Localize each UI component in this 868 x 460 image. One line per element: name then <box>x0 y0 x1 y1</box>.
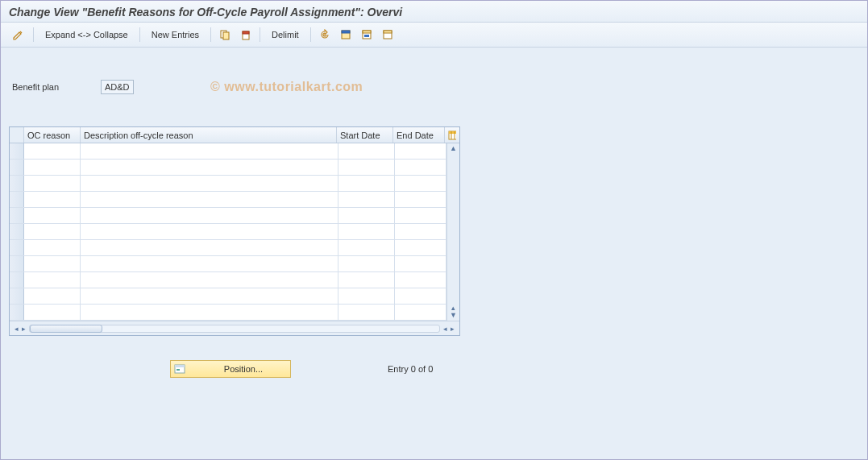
cell-description[interactable] <box>81 176 338 191</box>
cell-oc-reason[interactable] <box>24 224 81 239</box>
cell-end-date[interactable] <box>395 176 446 191</box>
row-selector[interactable] <box>10 224 24 239</box>
deselect-all-icon[interactable] <box>377 26 398 44</box>
cell-oc-reason[interactable] <box>24 272 81 288</box>
row-selector[interactable] <box>10 305 24 320</box>
table-row[interactable] <box>10 305 446 321</box>
cell-end-date[interactable] <box>395 192 446 207</box>
delete-icon[interactable] <box>235 26 256 44</box>
row-selector[interactable] <box>10 208 24 223</box>
svg-rect-1 <box>223 32 229 39</box>
cell-start-date[interactable] <box>338 240 395 255</box>
table-settings-icon[interactable] <box>445 127 459 143</box>
row-selector[interactable] <box>10 272 24 288</box>
row-selector[interactable] <box>10 240 24 255</box>
cell-description[interactable] <box>81 160 338 175</box>
cell-oc-reason[interactable] <box>24 143 81 159</box>
cell-end-date[interactable] <box>395 160 446 175</box>
position-button[interactable]: Position... <box>170 360 291 378</box>
hscroll-track[interactable] <box>29 325 440 333</box>
select-all-icon[interactable] <box>335 26 356 44</box>
cell-description[interactable] <box>81 272 338 288</box>
benefit-plan-row: Benefit plan AD&D <box>9 80 859 94</box>
cell-start-date[interactable] <box>338 192 395 207</box>
cell-end-date[interactable] <box>395 288 446 304</box>
cell-oc-reason[interactable] <box>24 240 81 255</box>
svg-rect-3 <box>243 31 249 34</box>
row-selector[interactable] <box>10 288 24 304</box>
cell-end-date[interactable] <box>395 256 446 271</box>
cell-oc-reason[interactable] <box>24 288 81 304</box>
position-label: Position... <box>201 364 285 374</box>
cell-start-date[interactable] <box>338 305 395 320</box>
cell-description[interactable] <box>81 192 338 207</box>
cell-start-date[interactable] <box>338 208 395 223</box>
vertical-scrollbar[interactable]: ▲ ▴ ▼ <box>446 143 459 321</box>
table-row[interactable] <box>10 288 446 305</box>
header-oc-reason[interactable]: OC reason <box>24 127 81 143</box>
cell-oc-reason[interactable] <box>24 208 81 223</box>
cell-start-date[interactable] <box>338 160 395 175</box>
copy-as-icon[interactable] <box>214 26 235 44</box>
row-selector[interactable] <box>10 160 24 175</box>
header-end-date[interactable]: End Date <box>393 127 445 143</box>
row-selector[interactable] <box>10 192 24 207</box>
undo-icon[interactable] <box>314 26 335 44</box>
row-selector[interactable] <box>10 256 24 271</box>
cell-oc-reason[interactable] <box>24 160 81 175</box>
cell-end-date[interactable] <box>395 224 446 239</box>
cell-end-date[interactable] <box>395 305 446 320</box>
cell-oc-reason[interactable] <box>24 176 81 191</box>
scroll-right-end-icon[interactable]: ▸ <box>451 325 455 333</box>
svg-rect-17 <box>177 369 180 371</box>
cell-end-date[interactable] <box>395 240 446 255</box>
cell-end-date[interactable] <box>395 272 446 288</box>
delimit-button[interactable]: Delimit <box>264 30 307 39</box>
cell-start-date[interactable] <box>338 143 395 159</box>
row-selector[interactable] <box>10 143 24 159</box>
scroll-up-icon[interactable]: ▲ <box>450 145 457 152</box>
benefit-plan-label: Benefit plan <box>12 82 101 92</box>
horizontal-scrollbar[interactable]: ◂ ▸ ◂ ▸ <box>10 321 459 335</box>
select-block-icon[interactable] <box>356 26 377 44</box>
row-selector[interactable] <box>10 176 24 191</box>
cell-start-date[interactable] <box>338 256 395 271</box>
new-entries-button[interactable]: New Entries <box>143 30 207 39</box>
scroll-left-icon[interactable]: ▸ <box>22 325 26 333</box>
cell-description[interactable] <box>81 208 338 223</box>
cell-start-date[interactable] <box>338 224 395 239</box>
table-row[interactable] <box>10 176 446 192</box>
cell-description[interactable] <box>81 224 338 239</box>
cell-end-date[interactable] <box>395 143 446 159</box>
scroll-down-icon[interactable]: ▼ <box>450 312 457 319</box>
scroll-left-start-icon[interactable]: ◂ <box>15 325 19 333</box>
table-row[interactable] <box>10 272 446 288</box>
cell-start-date[interactable] <box>338 288 395 304</box>
cell-description[interactable] <box>81 256 338 271</box>
scroll-right-icon[interactable]: ◂ <box>443 325 447 333</box>
hscroll-thumb[interactable] <box>30 325 102 333</box>
cell-start-date[interactable] <box>338 176 395 191</box>
cell-description[interactable] <box>81 288 338 304</box>
table-row[interactable] <box>10 192 446 208</box>
cell-description[interactable] <box>81 305 338 320</box>
header-start-date[interactable]: Start Date <box>337 127 393 143</box>
header-description[interactable]: Description off-cycle reason <box>81 127 337 143</box>
cell-description[interactable] <box>81 143 338 159</box>
table-row[interactable] <box>10 143 446 160</box>
table-row[interactable] <box>10 208 446 224</box>
table-row[interactable] <box>10 160 446 176</box>
page-title: Change View "Benefit Reasons for Off-Cyc… <box>9 6 402 19</box>
header-selector[interactable] <box>10 127 24 143</box>
cell-start-date[interactable] <box>338 272 395 288</box>
cell-oc-reason[interactable] <box>24 192 81 207</box>
toggle-display-change-icon[interactable] <box>7 26 30 44</box>
expand-collapse-button[interactable]: Expand <-> Collapse <box>37 30 136 39</box>
table-row[interactable] <box>10 224 446 240</box>
table-row[interactable] <box>10 240 446 256</box>
cell-end-date[interactable] <box>395 208 446 223</box>
table-row[interactable] <box>10 256 446 272</box>
cell-oc-reason[interactable] <box>24 256 81 271</box>
cell-oc-reason[interactable] <box>24 305 81 320</box>
cell-description[interactable] <box>81 240 338 255</box>
